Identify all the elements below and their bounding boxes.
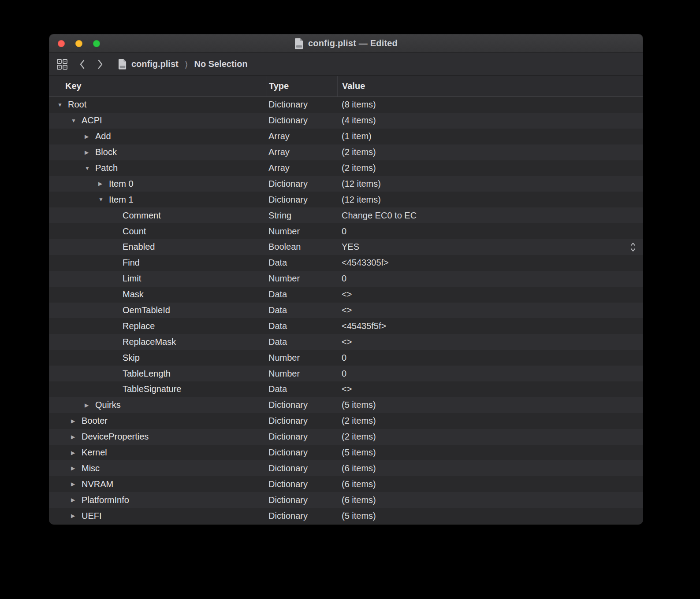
type-cell: Dictionary: [267, 179, 337, 189]
value-cell: (8 items): [337, 100, 643, 110]
disclosure-triangle[interactable]: ▼: [98, 197, 109, 202]
type-label: Data: [268, 258, 287, 267]
disclosure-triangle[interactable]: ▼: [71, 118, 82, 123]
table-row[interactable]: ▶ Kernel Dictionary (5 items): [49, 445, 643, 461]
table-row[interactable]: ▶ Add Array (1 item): [49, 129, 643, 144]
key-label: Booter: [82, 416, 108, 426]
table-row[interactable]: ▶ PlatformInfo Dictionary (6 items): [49, 492, 643, 508]
value-cell: 0: [337, 353, 643, 363]
plist-editor-window: config.plist — Edited: [49, 34, 643, 524]
key-cell: ▶ Kernel: [49, 447, 267, 458]
value-cell: <>: [337, 305, 643, 315]
disclosure-triangle[interactable]: ▶: [71, 466, 82, 471]
chevron-right-icon: [97, 59, 103, 70]
value-label: (5 items): [342, 400, 376, 410]
disclosure-triangle[interactable]: ▼: [57, 102, 68, 107]
title-bar[interactable]: config.plist — Edited: [49, 34, 643, 53]
traffic-lights: [58, 34, 100, 52]
key-label: Skip: [123, 353, 140, 363]
table-row[interactable]: OemTableId Data <>: [49, 303, 643, 318]
minimize-button[interactable]: [75, 40, 82, 47]
value-label: (8 items): [342, 100, 376, 110]
value-cell: 0: [337, 369, 643, 379]
table-row[interactable]: ▶ UEFI Dictionary (5 items): [49, 508, 643, 524]
table-row[interactable]: ReplaceMask Data <>: [49, 334, 643, 350]
disclosure-triangle[interactable]: ▶: [85, 134, 95, 139]
key-label: TableLength: [123, 369, 171, 379]
key-cell: Enabled: [49, 242, 267, 252]
type-cell: Array: [267, 131, 337, 141]
table-row[interactable]: Enabled Boolean YES: [49, 239, 643, 255]
value-cell: (12 items): [337, 179, 643, 189]
table-row[interactable]: Replace Data <45435f5f>: [49, 318, 643, 334]
back-button[interactable]: [79, 59, 86, 70]
table-row[interactable]: TableLength Number 0: [49, 366, 643, 381]
value-label: 0: [342, 369, 346, 379]
disclosure-triangle[interactable]: ▶: [71, 513, 82, 518]
value-label: <>: [342, 384, 352, 394]
type-label: Array: [268, 131, 290, 141]
table-row[interactable]: Mask Data <>: [49, 287, 643, 303]
type-label: Number: [268, 353, 300, 362]
table-row[interactable]: Find Data <4543305f>: [49, 255, 643, 271]
table-row[interactable]: ▼ Patch Array (2 items): [49, 160, 643, 176]
disclosure-triangle[interactable]: ▶: [71, 497, 82, 503]
table-row[interactable]: ▼ ACPI Dictionary (4 items): [49, 113, 643, 129]
key-label: Quirks: [95, 400, 121, 410]
document-icon: [118, 59, 127, 70]
table-row[interactable]: ▶ Misc Dictionary (6 items): [49, 460, 643, 476]
key-cell: ▶ Block: [49, 147, 267, 157]
value-cell: (2 items): [337, 147, 643, 157]
key-label: Root: [68, 100, 86, 110]
table-row[interactable]: ▶ Booter Dictionary (2 items): [49, 413, 643, 429]
type-cell: Dictionary: [267, 100, 337, 110]
close-button[interactable]: [58, 40, 65, 47]
column-header-key[interactable]: Key: [49, 76, 267, 96]
value-label: <>: [342, 305, 352, 315]
value-cell: (2 items): [337, 416, 643, 426]
value-label: (6 items): [342, 495, 376, 505]
zoom-button[interactable]: [93, 40, 100, 47]
table-row[interactable]: Skip Number 0: [49, 350, 643, 366]
table-row[interactable]: ▶ Quirks Dictionary (5 items): [49, 397, 643, 413]
disclosure-triangle[interactable]: ▶: [71, 434, 82, 440]
table-row[interactable]: ▶ DeviceProperties Dictionary (2 items): [49, 429, 643, 445]
value-cell: (6 items): [337, 479, 643, 489]
disclosure-triangle[interactable]: ▶: [71, 450, 82, 455]
table-row[interactable]: Comment String Change EC0 to EC: [49, 207, 643, 223]
table-row[interactable]: ▼ Item 1 Dictionary (12 items): [49, 192, 643, 207]
forward-button[interactable]: [97, 59, 103, 70]
table-row[interactable]: ▼ Root Dictionary (8 items): [49, 97, 643, 113]
disclosure-triangle[interactable]: ▶: [71, 481, 82, 487]
table-row[interactable]: ▶ Item 0 Dictionary (12 items): [49, 176, 643, 192]
disclosure-triangle[interactable]: ▼: [85, 166, 95, 171]
disclosure-triangle[interactable]: ▶: [98, 181, 109, 186]
table-header: Key Type Value: [49, 76, 643, 97]
table-row[interactable]: ▶ NVRAM Dictionary (6 items): [49, 476, 643, 492]
type-label: Dictionary: [268, 479, 308, 489]
disclosure-triangle[interactable]: ▶: [85, 150, 95, 155]
value-stepper[interactable]: [629, 241, 637, 253]
value-label: 0: [342, 353, 346, 363]
value-cell: (5 items): [337, 447, 643, 458]
type-cell: Array: [267, 147, 337, 157]
table-row[interactable]: Limit Number 0: [49, 271, 643, 287]
breadcrumb-file[interactable]: config.plist: [131, 59, 179, 69]
key-label: ReplaceMask: [123, 337, 176, 347]
table-row[interactable]: Count Number 0: [49, 223, 643, 239]
value-cell: <>: [337, 384, 643, 394]
key-cell: Count: [49, 226, 267, 237]
key-cell: ▶ PlatformInfo: [49, 495, 267, 505]
table-row[interactable]: TableSignature Data <>: [49, 381, 643, 397]
column-header-value[interactable]: Value: [337, 76, 643, 96]
value-cell: <45435f5f>: [337, 321, 643, 331]
key-cell: ReplaceMask: [49, 337, 267, 347]
disclosure-triangle[interactable]: ▶: [71, 418, 82, 424]
column-header-type[interactable]: Type: [267, 76, 337, 96]
type-cell: Number: [267, 369, 337, 379]
table-row[interactable]: ▶ Block Array (2 items): [49, 144, 643, 160]
breadcrumb-selection[interactable]: No Selection: [194, 59, 247, 69]
related-items-button[interactable]: [56, 59, 68, 70]
disclosure-triangle[interactable]: ▶: [85, 403, 95, 408]
key-label: Item 1: [109, 195, 134, 205]
